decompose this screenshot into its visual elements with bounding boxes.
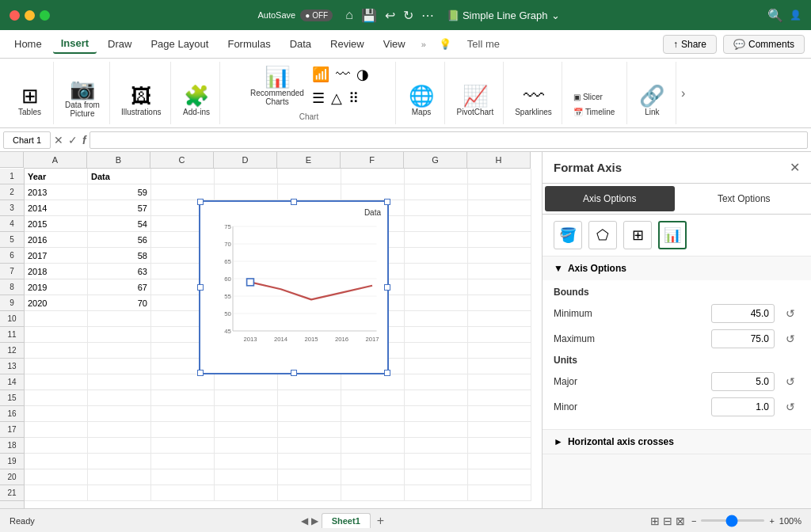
cell-3-G[interactable] bbox=[405, 200, 468, 216]
horizontal-axis-crosses-header[interactable]: ► Horizontal axis crosses bbox=[543, 430, 811, 454]
cell-14-E[interactable] bbox=[278, 374, 341, 390]
cell-14-D[interactable] bbox=[215, 374, 278, 390]
cell-17-B[interactable] bbox=[88, 422, 151, 438]
cell-19-G[interactable] bbox=[405, 454, 468, 469]
cell-11-H[interactable] bbox=[468, 327, 531, 343]
cell-17-G[interactable] bbox=[405, 422, 468, 438]
cell-15-B[interactable] bbox=[88, 390, 151, 406]
sheet-tab-sheet1[interactable]: Sheet1 bbox=[322, 513, 371, 528]
cell-12-B[interactable] bbox=[88, 343, 151, 359]
cell-3-B[interactable]: 57 bbox=[88, 200, 151, 216]
cell-4-G[interactable] bbox=[405, 216, 468, 232]
zoom-in-icon[interactable]: + bbox=[769, 516, 774, 526]
cell-5-H[interactable] bbox=[468, 232, 531, 248]
cell-2-A[interactable]: 2013 bbox=[25, 184, 88, 200]
cell-17-D[interactable] bbox=[215, 422, 278, 438]
cell-9-B[interactable]: 70 bbox=[88, 295, 151, 311]
slicer-button[interactable]: ▣ Slicer bbox=[570, 91, 620, 103]
more-icon[interactable]: ⋯ bbox=[421, 8, 434, 23]
cell-15-E[interactable] bbox=[278, 390, 341, 406]
insert-function-icon[interactable]: f bbox=[82, 134, 86, 146]
cell-12-A[interactable] bbox=[25, 343, 88, 359]
cell-15-F[interactable] bbox=[341, 390, 405, 406]
search-icon[interactable]: 🔍 bbox=[767, 8, 783, 23]
cell-18-D[interactable] bbox=[215, 438, 278, 454]
cell-2-D[interactable] bbox=[215, 184, 278, 200]
cell-13-G[interactable] bbox=[405, 359, 468, 374]
cell-15-D[interactable] bbox=[215, 390, 278, 406]
tables-button[interactable]: ⊞ Tables bbox=[15, 80, 44, 121]
cell-14-H[interactable] bbox=[468, 374, 531, 390]
cell-20-G[interactable] bbox=[405, 469, 468, 485]
menu-formulas[interactable]: Formulas bbox=[219, 35, 278, 53]
cell-1-C[interactable] bbox=[151, 169, 215, 184]
cell-18-C[interactable] bbox=[151, 438, 215, 454]
page-break-view-icon[interactable]: ⊠ bbox=[676, 515, 685, 527]
cell-18-G[interactable] bbox=[405, 438, 468, 454]
size-properties-button[interactable]: ⊞ bbox=[623, 221, 652, 249]
normal-view-icon[interactable]: ⊞ bbox=[650, 515, 660, 527]
illustrations-button[interactable]: 🖼 Illustrations bbox=[118, 80, 165, 121]
cell-7-H[interactable] bbox=[468, 264, 531, 279]
share-button[interactable]: ↑ Share bbox=[663, 35, 717, 54]
add-sheet-button[interactable]: + bbox=[377, 514, 384, 528]
sheet-nav-right[interactable]: ▶ bbox=[311, 515, 318, 526]
cell-15-H[interactable] bbox=[468, 390, 531, 406]
panel-close-button[interactable]: ✕ bbox=[790, 160, 800, 175]
cell-17-H[interactable] bbox=[468, 422, 531, 438]
cell-10-H[interactable] bbox=[468, 311, 531, 327]
chart-container[interactable]: Data bbox=[199, 200, 389, 374]
cell-16-D[interactable] bbox=[215, 406, 278, 422]
comments-button[interactable]: 💬 Comments bbox=[723, 35, 805, 54]
cell-20-B[interactable] bbox=[88, 469, 151, 485]
timeline-button[interactable]: 📅 Timeline bbox=[570, 106, 620, 118]
cell-17-F[interactable] bbox=[341, 422, 405, 438]
cell-12-G[interactable] bbox=[405, 343, 468, 359]
cell-12-H[interactable] bbox=[468, 343, 531, 359]
menu-draw[interactable]: Draw bbox=[100, 35, 139, 53]
cell-2-G[interactable] bbox=[405, 184, 468, 200]
cell-19-E[interactable] bbox=[278, 454, 341, 469]
home-icon[interactable]: ⌂ bbox=[345, 8, 353, 22]
cell-20-E[interactable] bbox=[278, 469, 341, 485]
cell-14-C[interactable] bbox=[151, 374, 215, 390]
cell-6-H[interactable] bbox=[468, 248, 531, 264]
cell-6-A[interactable]: 2017 bbox=[25, 248, 88, 264]
cell-1-H[interactable] bbox=[468, 169, 531, 184]
cell-2-C[interactable] bbox=[151, 184, 215, 200]
cell-13-A[interactable] bbox=[25, 359, 88, 374]
data-from-picture-button[interactable]: 📷 Data fromPicture bbox=[62, 75, 103, 121]
cell-3-H[interactable] bbox=[468, 200, 531, 216]
cell-5-G[interactable] bbox=[405, 232, 468, 248]
cell-19-F[interactable] bbox=[341, 454, 405, 469]
menu-page-layout[interactable]: Page Layout bbox=[143, 35, 216, 53]
minor-input[interactable] bbox=[711, 397, 775, 416]
menu-view[interactable]: View bbox=[375, 35, 413, 53]
major-reset-button[interactable]: ↺ bbox=[781, 372, 800, 391]
cell-10-B[interactable] bbox=[88, 311, 151, 327]
cell-16-C[interactable] bbox=[151, 406, 215, 422]
cell-20-A[interactable] bbox=[25, 469, 88, 485]
minimum-reset-button[interactable]: ↺ bbox=[781, 304, 800, 323]
minor-reset-button[interactable]: ↺ bbox=[781, 397, 800, 416]
recommended-charts-button[interactable]: 📊 RecommendedCharts bbox=[247, 63, 307, 109]
cell-21-F[interactable] bbox=[341, 485, 405, 501]
area-chart-icon[interactable]: △ bbox=[329, 88, 344, 108]
fill-effects-button[interactable]: 🪣 bbox=[554, 221, 582, 249]
cell-17-A[interactable] bbox=[25, 422, 88, 438]
axis-options-section-header[interactable]: ▼ Axis Options bbox=[543, 256, 811, 280]
cell-11-G[interactable] bbox=[405, 327, 468, 343]
cancel-formula-icon[interactable]: ✕ bbox=[54, 134, 63, 146]
sheet-nav-left[interactable]: ◀ bbox=[301, 515, 308, 526]
cell-2-F[interactable] bbox=[341, 184, 405, 200]
cell-1-F[interactable] bbox=[341, 169, 405, 184]
cell-4-B[interactable]: 54 bbox=[88, 216, 151, 232]
cell-20-C[interactable] bbox=[151, 469, 215, 485]
cell-13-B[interactable] bbox=[88, 359, 151, 374]
cell-1-B[interactable]: Data bbox=[88, 169, 151, 184]
cell-21-D[interactable] bbox=[215, 485, 278, 501]
cell-2-E[interactable] bbox=[278, 184, 341, 200]
cell-21-G[interactable] bbox=[405, 485, 468, 501]
cell-10-A[interactable] bbox=[25, 311, 88, 327]
cell-15-C[interactable] bbox=[151, 390, 215, 406]
